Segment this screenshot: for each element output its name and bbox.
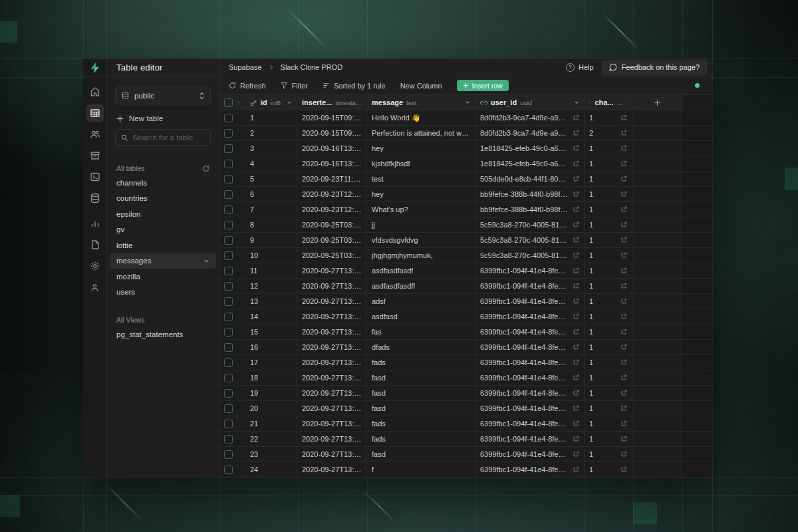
cell-channel[interactable]: 1 bbox=[585, 110, 632, 125]
cell-user-id[interactable]: 6399fbc1-094f-41e4-8fe6-e16e... bbox=[475, 447, 585, 462]
cell-extra[interactable] bbox=[632, 263, 682, 278]
external-link-icon[interactable] bbox=[573, 374, 579, 381]
cell-message[interactable]: test bbox=[367, 172, 475, 186]
chevron-down-icon[interactable] bbox=[237, 100, 240, 105]
cell-extra[interactable] bbox=[632, 110, 682, 125]
row-checkbox[interactable] bbox=[224, 236, 233, 245]
cell-user-id[interactable]: bb9fefce-388b-44f0-b98f-83e... bbox=[475, 187, 585, 201]
external-link-icon[interactable] bbox=[620, 451, 627, 458]
cell-id[interactable]: 8 bbox=[245, 217, 297, 232]
search-input[interactable] bbox=[132, 134, 205, 142]
cell-id[interactable]: 21 bbox=[245, 416, 297, 431]
cell-extra[interactable] bbox=[632, 462, 682, 477]
cell-user-id[interactable]: 6399fbc1-094f-41e4-8fe6-e16e... bbox=[475, 263, 585, 278]
sidebar-table-item[interactable]: lottie bbox=[110, 237, 216, 253]
cell-channel[interactable]: 1 bbox=[585, 386, 632, 400]
external-link-icon[interactable] bbox=[620, 420, 627, 427]
refresh-icon[interactable] bbox=[202, 165, 209, 172]
external-link-icon[interactable] bbox=[573, 329, 579, 335]
cell-inserted[interactable]: 2020-09-27T13:24:1... bbox=[297, 401, 367, 416]
external-link-icon[interactable] bbox=[620, 206, 627, 213]
cell-user-id[interactable]: 6399fbc1-094f-41e4-8fe6-e16e... bbox=[475, 325, 585, 339]
cell-extra[interactable] bbox=[632, 340, 682, 354]
cell-user-id[interactable]: 6399fbc1-094f-41e4-8fe6-e16e... bbox=[475, 370, 585, 385]
settings-icon[interactable] bbox=[83, 255, 107, 277]
cell-user-id[interactable]: 6399fbc1-094f-41e4-8fe6-e16e... bbox=[475, 294, 585, 309]
cell-channel[interactable]: 1 bbox=[585, 447, 632, 462]
cell-extra[interactable] bbox=[632, 309, 682, 324]
account-icon[interactable] bbox=[83, 277, 107, 298]
external-link-icon[interactable] bbox=[620, 329, 627, 335]
row-checkbox[interactable] bbox=[224, 358, 233, 367]
cell-extra[interactable] bbox=[632, 279, 682, 293]
external-link-icon[interactable] bbox=[620, 237, 627, 243]
external-link-icon[interactable] bbox=[573, 359, 579, 366]
external-link-icon[interactable] bbox=[620, 160, 627, 167]
home-icon[interactable] bbox=[83, 81, 107, 102]
row-checkbox[interactable] bbox=[224, 282, 233, 291]
external-link-icon[interactable] bbox=[620, 114, 627, 121]
cell-extra[interactable] bbox=[632, 248, 682, 263]
cell-message[interactable]: fas bbox=[367, 325, 475, 339]
column-header-message[interactable]: message text bbox=[367, 95, 475, 110]
external-link-icon[interactable] bbox=[573, 436, 579, 442]
cell-message[interactable]: asdfasdfasdff bbox=[367, 279, 475, 293]
row-checkbox[interactable] bbox=[224, 450, 233, 459]
cell-message[interactable]: f bbox=[367, 462, 475, 477]
cell-id[interactable]: 10 bbox=[245, 248, 297, 263]
cell-message[interactable]: fads bbox=[367, 432, 475, 446]
cell-inserted[interactable]: 2020-09-16T13:56:37... bbox=[297, 141, 367, 156]
chevron-down-icon[interactable] bbox=[574, 100, 579, 105]
cell-channel[interactable]: 1 bbox=[585, 141, 632, 156]
external-link-icon[interactable] bbox=[620, 374, 627, 381]
external-link-icon[interactable] bbox=[620, 344, 627, 350]
cell-user-id[interactable]: bb9fefce-388b-44f0-b98f-83e... bbox=[475, 202, 585, 217]
cell-inserted[interactable]: 2020-09-27T13:24:0... bbox=[297, 263, 367, 278]
cell-inserted[interactable]: 2020-09-27T13:24:0... bbox=[297, 340, 367, 354]
cell-message[interactable]: vfdsvdsgvfdvg bbox=[367, 233, 475, 247]
external-link-icon[interactable] bbox=[573, 130, 579, 136]
cell-user-id[interactable]: 5c59c3a8-270c-4005-8156-7b8... bbox=[475, 217, 585, 232]
row-checkbox[interactable] bbox=[224, 343, 233, 352]
column-header-channel[interactable]: cha... ... bbox=[585, 95, 632, 110]
cell-id[interactable]: 18 bbox=[245, 370, 297, 385]
row-checkbox[interactable] bbox=[224, 251, 233, 260]
cell-id[interactable]: 4 bbox=[245, 156, 297, 171]
external-link-icon[interactable] bbox=[573, 420, 579, 427]
cell-extra[interactable] bbox=[632, 172, 682, 186]
refresh-button[interactable]: Refresh bbox=[229, 82, 266, 90]
table-search[interactable] bbox=[115, 129, 211, 146]
external-link-icon[interactable] bbox=[620, 313, 627, 320]
row-checkbox[interactable] bbox=[224, 297, 233, 306]
external-link-icon[interactable] bbox=[620, 221, 627, 228]
cell-user-id[interactable]: 6399fbc1-094f-41e4-8fe6-e16e... bbox=[475, 340, 585, 354]
row-checkbox[interactable] bbox=[224, 144, 233, 153]
cell-id[interactable]: 23 bbox=[245, 447, 297, 462]
cell-id[interactable]: 5 bbox=[245, 172, 297, 186]
cell-user-id[interactable]: 6399fbc1-094f-41e4-8fe6-e16e... bbox=[475, 279, 585, 293]
cell-user-id[interactable]: 1e818425-efeb-49c0-a657-547a... bbox=[475, 156, 585, 171]
cell-inserted[interactable]: 2020-09-27T13:24:0... bbox=[297, 309, 367, 324]
cell-user-id[interactable]: 505dde0d-e8cb-44f1-80b4-95f... bbox=[475, 172, 585, 186]
sort-button[interactable]: Sorted by 1 rule bbox=[323, 82, 386, 90]
external-link-icon[interactable] bbox=[620, 298, 627, 305]
cell-message[interactable]: adsf bbox=[367, 294, 475, 309]
sidebar-table-item[interactable]: mozilla bbox=[110, 269, 216, 285]
cell-channel[interactable]: 1 bbox=[585, 156, 632, 171]
cell-message[interactable]: asdfasd bbox=[367, 309, 475, 324]
row-checkbox[interactable] bbox=[224, 129, 233, 138]
cell-inserted[interactable]: 2020-09-27T13:24:0... bbox=[297, 355, 367, 370]
cell-inserted[interactable]: 2020-09-23T12:15:19... bbox=[297, 202, 367, 217]
cell-inserted[interactable]: 2020-09-16T13:56:41... bbox=[297, 156, 367, 171]
external-link-icon[interactable] bbox=[573, 145, 579, 152]
row-checkbox[interactable] bbox=[224, 175, 233, 184]
cell-inserted[interactable]: 2020-09-15T09:04:1... bbox=[297, 110, 367, 125]
cell-message[interactable]: hey bbox=[367, 187, 475, 201]
cell-channel[interactable]: 1 bbox=[585, 325, 632, 339]
sidebar-table-item[interactable]: channels bbox=[110, 175, 216, 191]
cell-message[interactable]: fasd bbox=[367, 386, 475, 400]
external-link-icon[interactable] bbox=[620, 267, 627, 274]
cell-inserted[interactable]: 2020-09-27T13:24:11... bbox=[297, 447, 367, 462]
external-link-icon[interactable] bbox=[620, 130, 627, 136]
auth-icon[interactable] bbox=[83, 124, 107, 145]
